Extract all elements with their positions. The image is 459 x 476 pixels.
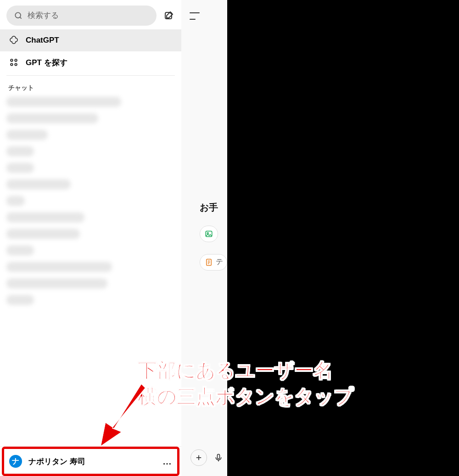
chat-item[interactable] xyxy=(6,163,34,173)
svg-point-8 xyxy=(207,232,208,234)
chat-item[interactable] xyxy=(6,113,98,123)
add-button[interactable] xyxy=(190,449,207,466)
chat-item[interactable] xyxy=(6,196,25,206)
chip-2[interactable]: テ xyxy=(200,254,227,271)
compose-button[interactable] xyxy=(163,10,175,22)
main-top-bar xyxy=(181,0,227,32)
nav-label: GPT を探す xyxy=(26,57,67,68)
search-field[interactable] xyxy=(6,6,157,26)
chat-item[interactable] xyxy=(6,179,71,189)
nav-label: ChatGPT xyxy=(26,36,59,45)
nav-item-explore-gpts[interactable]: GPT を探す xyxy=(0,51,181,73)
hamburger-icon[interactable] xyxy=(190,12,200,20)
chat-item[interactable] xyxy=(6,130,48,140)
chat-list[interactable] xyxy=(0,95,181,446)
chat-item[interactable] xyxy=(6,278,107,288)
main-bottom-bar xyxy=(181,439,227,476)
chip-2-label: テ xyxy=(216,257,223,267)
svg-rect-15 xyxy=(218,454,220,459)
mic-button[interactable] xyxy=(213,452,224,464)
section-label-chats: チャット xyxy=(0,77,181,95)
svg-point-0 xyxy=(15,12,21,18)
chat-item[interactable] xyxy=(6,295,34,305)
main-pane: お手 テ xyxy=(181,0,227,476)
grid-icon xyxy=(8,57,19,68)
chatgpt-icon xyxy=(8,35,19,46)
more-menu-button[interactable]: … xyxy=(162,456,172,467)
image-icon xyxy=(204,229,214,239)
svg-point-3 xyxy=(11,59,13,61)
svg-point-6 xyxy=(15,63,17,66)
main-center: お手 テ xyxy=(181,32,227,439)
headline-fragment: お手 xyxy=(200,201,218,214)
chat-item[interactable] xyxy=(6,229,80,239)
chat-item[interactable] xyxy=(6,245,34,255)
svg-point-5 xyxy=(11,63,13,66)
search-icon xyxy=(14,11,23,20)
chat-item[interactable] xyxy=(6,262,112,272)
search-input[interactable] xyxy=(28,11,149,20)
avatar: ナ xyxy=(9,455,22,468)
user-bar[interactable]: ナ ナポリタン 寿司 … xyxy=(0,446,181,476)
chat-item[interactable] xyxy=(6,212,84,222)
document-icon xyxy=(204,257,214,267)
user-name: ナポリタン 寿司 xyxy=(28,456,85,467)
sidebar-top-bar xyxy=(0,0,181,29)
nav-item-chatgpt[interactable]: ChatGPT xyxy=(0,29,181,51)
sidebar: ChatGPT GPT を探す チャット ナ ナポリタン 寿司 … xyxy=(0,0,181,476)
chat-item[interactable] xyxy=(6,97,121,107)
svg-line-1 xyxy=(20,17,21,18)
chip-1[interactable] xyxy=(200,226,218,242)
chat-item[interactable] xyxy=(6,146,34,156)
divider xyxy=(6,75,175,76)
svg-point-4 xyxy=(15,59,17,61)
